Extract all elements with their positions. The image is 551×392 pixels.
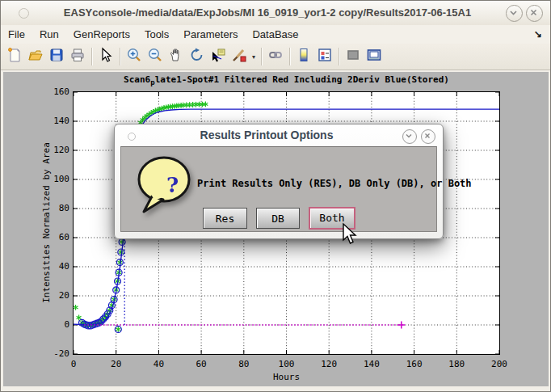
results-printout-dialog: Results Printout Options ? Print Results… [114,124,444,239]
menu-bar: File Run GenReports Tools Parameters Dat… [1,25,550,44]
rotate-3d-icon [189,47,205,66]
x-axis-label: Hours [74,372,499,382]
brush-dropdown-caret[interactable]: ▾ [250,46,258,67]
insert-legend-button[interactable] [314,46,335,67]
zoom-out-icon [147,47,163,66]
window-minimize-button[interactable] [506,5,523,22]
toolbar-separator [120,48,120,65]
menu-run[interactable]: Run [32,25,66,44]
x-tick-label: 60 [187,359,215,369]
y-tick-label: 0 [44,319,69,330]
rotate-3d-button[interactable] [187,46,208,67]
x-tick-label: 80 [230,359,258,369]
x-tick-label: 160 [401,359,428,369]
brush-icon [231,47,247,66]
link-chain-icon [267,47,284,66]
window-titlebar[interactable]: EASYconsole-/media/data/ExpJobs/MI 16_09… [1,1,550,26]
res-button[interactable]: Res [203,208,247,229]
menu-database[interactable]: DataBase [245,25,305,44]
data-cursor-button[interactable] [208,46,229,67]
data-cursor-icon [210,47,226,66]
question-mark-glyph: ? [166,173,179,197]
toolbar-separator [261,48,262,65]
figure-toolbar: ▾ [1,44,550,70]
x-tick-label: 20 [103,359,130,369]
colorbar-icon [296,47,312,66]
x-tick-label: 200 [486,359,513,369]
mouse-cursor-icon [340,222,358,250]
x-tick-label: 180 [443,359,470,369]
zoom-out-button[interactable] [145,46,166,67]
dialog-message: Print Results Only (RES), DB Only (DB), … [197,178,472,189]
pointer-arrow-icon [98,47,114,66]
question-bubble-icon: ? [136,155,200,225]
window-icon [19,8,29,19]
legend-icon [317,47,333,66]
show-plot-tools-dock-button[interactable] [364,46,385,67]
open-file-button[interactable] [25,46,46,67]
pan-hand-icon [168,47,184,66]
pan-tool-button[interactable] [166,46,187,67]
print-icon [69,47,86,66]
x-tick-label: 100 [273,359,301,369]
hide-plot-tools-icon [345,47,361,66]
y-axis-label: Intensities Normalized by Area [41,130,52,316]
x-tick-label: 120 [315,359,343,369]
save-figure-button[interactable] [46,46,67,67]
x-tick-label: 140 [358,359,385,369]
dialog-titlebar[interactable]: Results Printout Options [115,124,443,146]
toolbar-separator [289,48,290,65]
zoom-in-button[interactable] [124,46,145,67]
x-tick-label: 0 [60,359,87,369]
link-plot-button[interactable] [265,46,286,67]
db-button[interactable]: DB [256,208,300,229]
plot-title: Scan6plate1-Spot#1 Filtered Red Includin… [74,74,499,86]
window-title: EASYconsole-/media/data/ExpJobs/MI 16_09… [49,1,486,25]
brush-data-button[interactable] [229,46,250,67]
save-icon [48,47,65,66]
dialog-content: ? Print Results Only (RES), DB Only (DB)… [120,146,437,232]
y-tick-label: -20 [44,348,69,359]
x-tick-label: 40 [145,359,172,369]
insert-colorbar-button[interactable] [293,46,314,67]
dialog-title: Results Printout Options [147,124,386,146]
zoom-in-icon [126,47,142,66]
new-figure-button[interactable] [4,46,25,67]
toolbar-separator [91,48,92,65]
app-window: EASYconsole-/media/data/ExpJobs/MI 16_09… [0,0,551,392]
y-tick-label: 160 [44,86,69,97]
dialog-minimize-button[interactable] [402,129,417,144]
y-tick-label: 140 [44,116,69,126]
menu-parameters[interactable]: Parameters [176,25,245,44]
menu-file[interactable]: File [1,25,32,44]
window-close-button[interactable] [526,5,543,22]
new-document-icon [6,47,23,66]
menu-overflow-arrow-icon[interactable]: ↘ [534,25,542,44]
dialog-window-icon [128,133,136,141]
show-plot-tools-dock-icon [366,47,382,66]
menu-tools[interactable]: Tools [137,25,176,44]
toolbar-separator [339,48,339,65]
menu-genreports[interactable]: GenReports [66,25,137,44]
pointer-tool-button[interactable] [95,46,116,67]
print-figure-button[interactable] [67,46,88,67]
open-folder-icon [27,47,44,66]
hide-plot-tools-button[interactable] [343,46,364,67]
dialog-close-button[interactable] [421,129,435,144]
